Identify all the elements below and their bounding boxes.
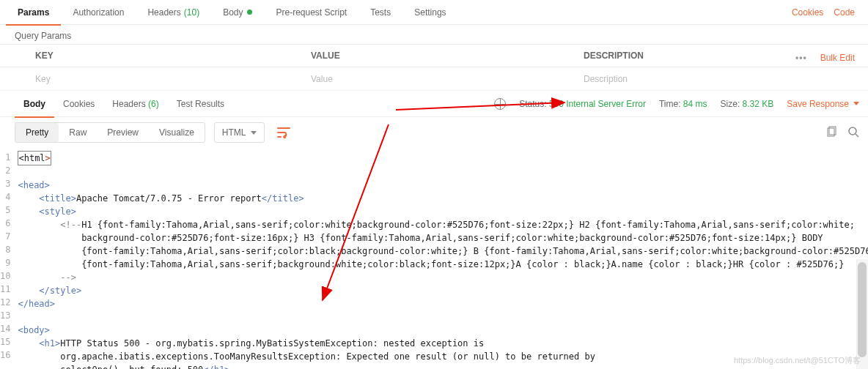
- tab-headers[interactable]: Headers(10): [136, 0, 211, 25]
- chevron-down-icon: [853, 102, 859, 105]
- resp-headers-label: Headers: [112, 99, 145, 109]
- view-preview-button[interactable]: Preview: [97, 123, 149, 142]
- response-body-code[interactable]: 1 2 3 4 5 6 7 8 9 10 11 12 13 14 15 16 <…: [0, 148, 868, 369]
- tab-tests[interactable]: Tests: [358, 0, 402, 25]
- resp-tab-test-results[interactable]: Test Results: [168, 91, 233, 117]
- request-tabs: Params Authorization Headers(10) Body Pr…: [0, 0, 868, 25]
- qp-key-header: KEY: [35, 51, 311, 61]
- search-icon[interactable]: [847, 126, 859, 140]
- watermark: https://blog.csdn.net/t@51CTO博客: [734, 355, 861, 366]
- tab-headers-count: (10): [184, 7, 199, 18]
- globe-icon[interactable]: [494, 98, 506, 110]
- code-content[interactable]: <html> <head> <title>Apache Tomcat/7.0.7…: [18, 148, 868, 369]
- tab-authorization[interactable]: Authorization: [61, 0, 136, 25]
- tab-body[interactable]: Body: [211, 0, 264, 25]
- code-link[interactable]: Code: [834, 7, 855, 18]
- resp-headers-count: (6): [148, 99, 159, 109]
- size-value: 8.32 KB: [743, 99, 774, 109]
- view-pretty-button[interactable]: Pretty: [15, 123, 59, 142]
- status-code[interactable]: 500 Internal Server Error: [549, 99, 646, 109]
- time-block: Time: 84 ms: [659, 99, 707, 109]
- size-block: Size: 8.32 KB: [721, 99, 774, 109]
- format-select[interactable]: HTML: [214, 122, 265, 143]
- response-tabs-row: Body Cookies Headers (6) Test Results St…: [0, 91, 868, 117]
- time-value: 84 ms: [683, 99, 707, 109]
- scroll-thumb[interactable]: [858, 262, 867, 357]
- qp-key-input[interactable]: Key: [35, 74, 311, 84]
- query-params-header: KEY VALUE DESCRIPTION: [0, 44, 868, 67]
- more-options-icon[interactable]: •••: [795, 53, 807, 63]
- query-params-input-row[interactable]: Key Value Description: [0, 67, 868, 91]
- tab-body-label: Body: [223, 7, 243, 18]
- qp-value-input[interactable]: Value: [311, 74, 584, 84]
- resp-tab-cookies[interactable]: Cookies: [54, 91, 103, 117]
- qp-value-header: VALUE: [311, 51, 584, 61]
- scrollbar[interactable]: [856, 259, 868, 369]
- line-gutter: 1 2 3 4 5 6 7 8 9 10 11 12 13 14 15 16: [0, 148, 18, 369]
- view-raw-button[interactable]: Raw: [59, 123, 97, 142]
- view-bar: Pretty Raw Preview Visualize HTML: [0, 117, 868, 148]
- svg-line-3: [856, 134, 858, 137]
- resp-tab-headers[interactable]: Headers (6): [103, 91, 167, 117]
- bulk-edit-link[interactable]: Bulk Edit: [820, 53, 855, 63]
- tab-headers-label: Headers: [147, 7, 180, 18]
- tab-pre-request[interactable]: Pre-request Script: [264, 0, 358, 25]
- chevron-down-icon: [251, 131, 257, 135]
- tab-settings[interactable]: Settings: [402, 0, 457, 25]
- resp-tab-body[interactable]: Body: [15, 91, 54, 117]
- view-visualize-button[interactable]: Visualize: [149, 123, 205, 142]
- cookies-link[interactable]: Cookies: [792, 7, 823, 18]
- wrap-lines-button[interactable]: [272, 122, 295, 144]
- qp-desc-input[interactable]: Description: [584, 74, 868, 84]
- svg-point-2: [849, 127, 856, 135]
- query-params-title: Query Params: [0, 25, 868, 44]
- tab-params[interactable]: Params: [6, 0, 61, 25]
- save-response-button[interactable]: Save Response: [787, 99, 859, 109]
- status-block: Status: 500 Internal Server Error: [519, 99, 646, 109]
- body-modified-dot-icon: [247, 10, 252, 15]
- copy-icon[interactable]: [825, 126, 837, 140]
